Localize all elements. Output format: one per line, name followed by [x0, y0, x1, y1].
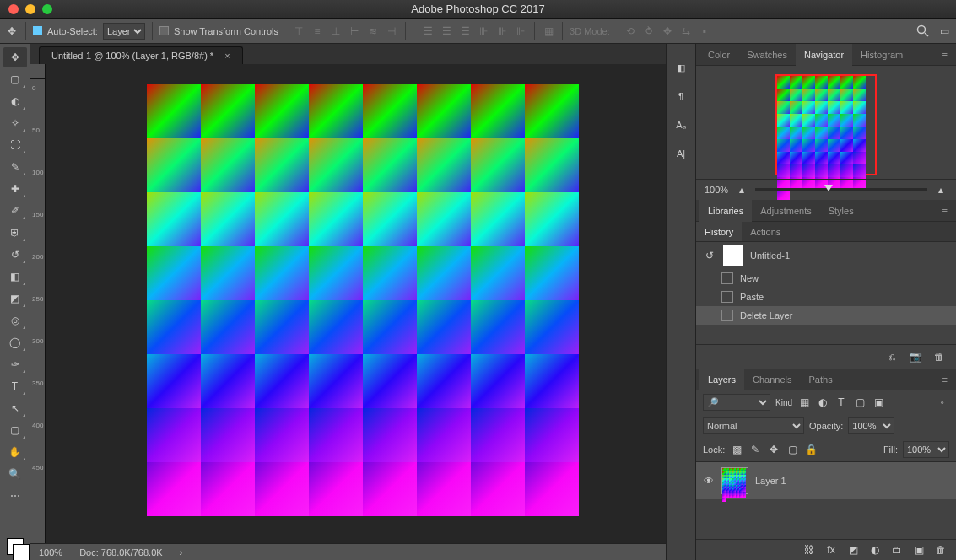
align-top-icon[interactable]: ⊤: [292, 24, 305, 38]
filter-toggle-icon[interactable]: ◦: [936, 396, 949, 409]
layer-name[interactable]: Layer 1: [755, 476, 786, 486]
crop-tool[interactable]: ⛶: [3, 135, 27, 155]
filter-image-icon[interactable]: ▦: [797, 396, 811, 409]
history-item[interactable]: Delete Layer: [696, 306, 956, 325]
show-transform-checkbox[interactable]: [159, 26, 169, 35]
dodge-tool[interactable]: ◯: [3, 332, 27, 353]
rectangle-tool[interactable]: ▢: [3, 420, 27, 440]
marquee-tool[interactable]: ▢: [3, 69, 27, 89]
new-layer-icon[interactable]: ▣: [912, 543, 926, 557]
history-document-row[interactable]: ↺ Untitled-1: [696, 242, 956, 269]
type-tool[interactable]: T: [3, 376, 27, 396]
layer-thumbnail[interactable]: [721, 467, 748, 494]
canvas-area[interactable]: [46, 79, 666, 543]
adjustment-layer-icon[interactable]: ◐: [868, 543, 882, 557]
auto-select-target[interactable]: Layer: [103, 23, 145, 40]
align-left-icon[interactable]: ⊢: [348, 24, 361, 38]
layer-mask-icon[interactable]: ◩: [846, 543, 860, 557]
hand-tool[interactable]: ✋: [3, 442, 27, 462]
history-item[interactable]: New: [696, 269, 956, 288]
dist-right-icon[interactable]: ⊪: [514, 24, 527, 38]
minimize-window-icon[interactable]: [25, 4, 35, 14]
status-doc-info[interactable]: Doc: 768.0K/768.0K: [79, 547, 162, 557]
blur-tool[interactable]: ◎: [3, 310, 27, 331]
history-tab-actions[interactable]: Actions: [742, 222, 789, 241]
lib-tab-adjustments[interactable]: Adjustments: [752, 200, 820, 222]
filter-smart-icon[interactable]: ▣: [872, 396, 885, 409]
nav-tab-menu-icon[interactable]: ≡: [937, 50, 953, 60]
eraser-tool[interactable]: ◧: [3, 267, 27, 287]
filter-adjust-icon[interactable]: ◐: [816, 396, 829, 409]
layer-visibility-icon[interactable]: 👁: [703, 474, 715, 487]
document-tab[interactable]: Untitled-1 @ 100% (Layer 1, RGB/8#) * ×: [39, 46, 243, 64]
nav-tab-histogram[interactable]: Histogram: [852, 44, 911, 66]
auto-align-icon[interactable]: ▦: [542, 24, 555, 38]
align-bottom-icon[interactable]: ⊥: [329, 24, 343, 38]
zoom-out-icon[interactable]: ▴: [735, 183, 748, 197]
stamp-tool[interactable]: ⛨: [3, 223, 27, 243]
dist-hcenter-icon[interactable]: ⊪: [495, 24, 509, 38]
dist-left-icon[interactable]: ⊪: [477, 24, 490, 38]
status-zoom[interactable]: 100%: [39, 547, 62, 557]
lock-artboard-icon[interactable]: ▢: [786, 443, 799, 456]
color-panel-icon[interactable]: ◧: [671, 57, 691, 78]
nav-tab-swatches[interactable]: Swatches: [738, 44, 796, 66]
history-brush-tool[interactable]: ↺: [3, 245, 27, 265]
fill-value[interactable]: 100%: [903, 441, 949, 458]
lib-tab-menu-icon[interactable]: ≡: [937, 206, 953, 216]
layer-style-icon[interactable]: fx: [824, 543, 838, 557]
align-right-icon[interactable]: ⊣: [385, 24, 398, 38]
layer-group-icon[interactable]: 🗀: [890, 543, 904, 557]
eyedropper-tool[interactable]: ✎: [3, 157, 27, 177]
search-icon[interactable]: [915, 24, 929, 38]
vertical-ruler[interactable]: 050100150200250300350400450: [30, 79, 46, 543]
magic-wand-tool[interactable]: ✧: [3, 113, 27, 133]
layer-tab-paths[interactable]: Paths: [801, 369, 841, 390]
history-tab-history[interactable]: History: [696, 222, 742, 241]
move-tool[interactable]: ✥: [3, 47, 27, 67]
lib-tab-styles[interactable]: Styles: [820, 200, 862, 222]
pen-tool[interactable]: ✑: [3, 354, 27, 374]
lasso-tool[interactable]: ◐: [3, 91, 27, 111]
dist-top-icon[interactable]: ☰: [421, 24, 435, 38]
healing-tool[interactable]: ✚: [3, 179, 27, 199]
zoom-slider[interactable]: [755, 188, 927, 191]
path-select-tool[interactable]: ↖: [3, 398, 27, 418]
delete-state-icon[interactable]: 🗑: [932, 350, 946, 363]
nav-tab-navigator[interactable]: Navigator: [796, 44, 852, 66]
layer-tab-channels[interactable]: Channels: [744, 369, 800, 390]
zoom-tool[interactable]: 🔍: [3, 464, 27, 484]
align-hcenter-icon[interactable]: ≋: [366, 24, 380, 38]
layer-tab-layers[interactable]: Layers: [699, 369, 744, 390]
lock-position-icon[interactable]: ✥: [767, 443, 780, 456]
lock-transparency-icon[interactable]: ▩: [730, 443, 743, 456]
gradient-tool[interactable]: ◩: [3, 288, 27, 309]
close-tab-icon[interactable]: ×: [224, 51, 230, 61]
layer-filter-kind[interactable]: 🔎: [703, 394, 770, 411]
auto-select-checkbox[interactable]: [33, 26, 42, 35]
delete-layer-icon[interactable]: 🗑: [934, 543, 948, 557]
layer-row[interactable]: 👁 Layer 1: [696, 462, 956, 499]
link-layers-icon[interactable]: ⛓: [802, 543, 816, 557]
nav-tab-color[interactable]: Color: [699, 44, 738, 66]
paragraph-panel-icon[interactable]: ¶: [671, 86, 691, 106]
navigator-thumbnail[interactable]: [775, 74, 877, 175]
color-swatches[interactable]: [7, 538, 24, 555]
status-more-icon[interactable]: ›: [180, 547, 183, 557]
dist-vcenter-icon[interactable]: ☰: [440, 24, 453, 38]
snapshot-icon[interactable]: 📷: [909, 350, 922, 363]
lib-tab-libraries[interactable]: Libraries: [699, 200, 752, 222]
edit-toolbar[interactable]: ⋯: [3, 486, 27, 506]
brush-tool[interactable]: ✐: [3, 201, 27, 221]
close-window-icon[interactable]: [8, 4, 19, 14]
filter-type-icon[interactable]: T: [834, 396, 848, 409]
character-panel-icon[interactable]: A|: [671, 143, 691, 164]
dist-bottom-icon[interactable]: ☰: [458, 24, 472, 38]
layer-tab-menu-icon[interactable]: ≡: [937, 374, 953, 385]
maximize-window-icon[interactable]: [42, 4, 52, 14]
opacity-value[interactable]: 100%: [848, 417, 894, 434]
canvas[interactable]: [147, 84, 579, 516]
history-item[interactable]: Paste: [696, 288, 956, 306]
align-vcenter-icon[interactable]: ≡: [311, 24, 324, 38]
workspace-icon[interactable]: ▭: [937, 24, 951, 38]
